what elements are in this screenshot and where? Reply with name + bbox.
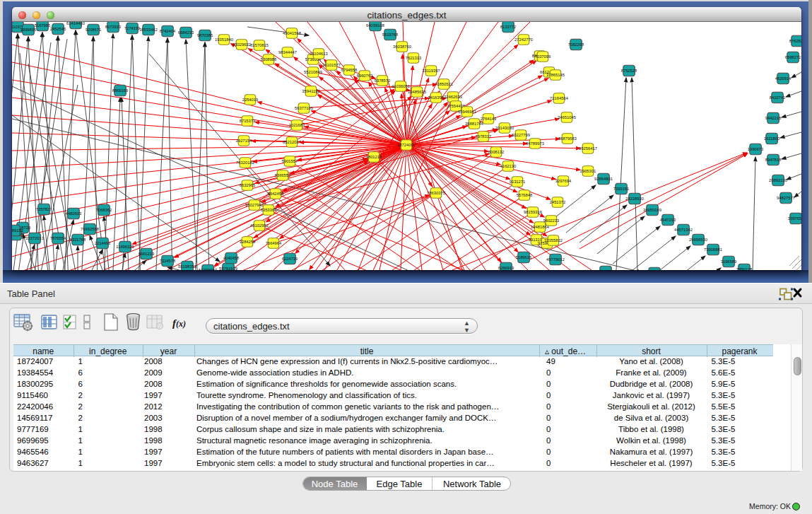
svg-text:65946941: 65946941 (458, 110, 476, 114)
svg-text:49041568: 49041568 (283, 31, 301, 35)
svg-text:76320182: 76320182 (236, 160, 254, 165)
svg-text:2451372: 2451372 (550, 200, 566, 204)
svg-text:7037099: 7037099 (535, 54, 551, 59)
svg-text:5901557: 5901557 (282, 159, 298, 163)
svg-text:1621800: 1621800 (764, 136, 780, 141)
svg-text:2214493: 2214493 (95, 241, 111, 245)
svg-text:36038760: 36038760 (393, 45, 411, 49)
svg-text:3196589: 3196589 (721, 259, 737, 264)
svg-text:7257827: 7257827 (36, 207, 52, 211)
svg-text:55198353: 55198353 (178, 264, 196, 269)
svg-text:41036051: 41036051 (392, 84, 410, 88)
svg-text:5378570: 5378570 (375, 78, 391, 83)
svg-text:84789973: 84789973 (526, 141, 544, 146)
svg-text:72164564: 72164564 (550, 96, 569, 100)
svg-text:33372013: 33372013 (25, 236, 44, 240)
svg-text:86879583: 86879583 (558, 136, 577, 141)
svg-text:6794558: 6794558 (341, 68, 358, 72)
svg-text:6684233: 6684233 (178, 30, 194, 35)
svg-text:6224739: 6224739 (282, 257, 298, 261)
svg-text:8410741: 8410741 (770, 95, 786, 100)
svg-text:7876554: 7876554 (50, 236, 66, 240)
svg-text:1390973: 1390973 (748, 147, 764, 151)
svg-text:91104613: 91104613 (310, 52, 327, 56)
svg-text:3999805: 3999805 (20, 28, 37, 32)
svg-text:7324578: 7324578 (160, 259, 176, 263)
svg-text:9602233: 9602233 (543, 218, 560, 223)
svg-text:78630375: 78630375 (427, 191, 445, 195)
svg-text:98344447: 98344447 (278, 50, 297, 54)
svg-text:37865145: 37865145 (546, 73, 565, 77)
svg-text:81570815: 81570815 (250, 43, 269, 47)
svg-text:5189616: 5189616 (516, 255, 532, 259)
svg-text:20893130: 20893130 (769, 178, 787, 182)
svg-text:8947818: 8947818 (765, 158, 782, 162)
svg-text:76992568: 76992568 (81, 227, 99, 231)
svg-text:36881744: 36881744 (465, 122, 484, 126)
svg-text:44571342: 44571342 (674, 228, 693, 232)
svg-text:2254019: 2254019 (242, 98, 259, 102)
svg-text:36950169: 36950169 (643, 208, 661, 212)
svg-text:85212017: 85212017 (283, 140, 301, 144)
svg-text:5519768: 5519768 (382, 33, 399, 37)
svg-text:9416395: 9416395 (428, 95, 445, 100)
svg-text:18724007: 18724007 (397, 143, 416, 147)
svg-text:8715373: 8715373 (240, 119, 256, 123)
svg-text:4547293: 4547293 (660, 218, 676, 222)
svg-text:10485635: 10485635 (408, 90, 426, 94)
svg-text:19351840: 19351840 (215, 37, 233, 42)
svg-text:8869169: 8869169 (112, 88, 129, 93)
svg-text:5576848: 5576848 (517, 193, 533, 197)
svg-text:35941192: 35941192 (302, 89, 319, 93)
svg-text:5167985: 5167985 (35, 23, 51, 28)
svg-text:4620914: 4620914 (775, 76, 792, 81)
svg-text:3297694: 3297694 (555, 179, 572, 183)
svg-text:20143030: 20143030 (495, 126, 514, 130)
svg-text:32462633: 32462633 (444, 95, 462, 99)
svg-text:61414460: 61414460 (66, 22, 85, 25)
svg-text:27242770: 27242770 (514, 37, 533, 42)
svg-text:7068362: 7068362 (96, 208, 112, 212)
svg-text:2905301: 2905301 (580, 169, 596, 173)
svg-text:2927154: 2927154 (236, 139, 252, 143)
svg-text:61799987: 61799987 (199, 268, 217, 270)
svg-text:36101577: 36101577 (322, 63, 341, 67)
svg-text:5308988: 5308988 (261, 57, 277, 62)
svg-text:98159316: 98159316 (524, 210, 542, 214)
svg-text:59791639: 59791639 (219, 267, 237, 270)
svg-text:1021683: 1021683 (289, 123, 305, 127)
svg-text:11496325: 11496325 (116, 245, 134, 249)
svg-text:7393151: 7393151 (613, 187, 630, 191)
svg-text:9870385: 9870385 (197, 33, 213, 37)
svg-text:2764149: 2764149 (481, 117, 497, 121)
svg-text:95027942: 95027942 (245, 203, 264, 207)
svg-text:49779012: 49779012 (546, 257, 565, 262)
svg-text:38533462: 38533462 (139, 28, 158, 32)
svg-text:50227799: 50227799 (512, 133, 530, 137)
svg-text:32355822: 32355822 (544, 238, 563, 243)
svg-text:5321788: 5321788 (70, 238, 86, 242)
svg-text:8762825: 8762825 (789, 39, 801, 43)
svg-text:f(x): f(x) (172, 317, 186, 329)
svg-text:45102952: 45102952 (250, 223, 269, 228)
svg-text:92864801: 92864801 (594, 177, 613, 181)
svg-text:33119397: 33119397 (422, 69, 440, 73)
svg-text:6632965: 6632965 (240, 183, 256, 187)
svg-text:7621313: 7621313 (406, 56, 422, 60)
svg-text:6661219: 6661219 (139, 252, 155, 256)
svg-text:99256417: 99256417 (579, 146, 597, 151)
svg-text:7082268: 7082268 (568, 42, 584, 47)
svg-text:9942458: 9942458 (268, 192, 284, 196)
svg-text:9131271: 9131271 (510, 180, 526, 184)
svg-text:1801218: 1801218 (366, 155, 382, 159)
svg-text:8366557: 8366557 (275, 173, 291, 177)
svg-text:71850521: 71850521 (435, 82, 453, 86)
svg-text:4482603: 4482603 (66, 211, 82, 216)
svg-text:8752528: 8752528 (621, 69, 637, 73)
svg-text:55210849: 55210849 (304, 70, 322, 74)
svg-text:1978317: 1978317 (476, 134, 492, 139)
svg-text:34651045: 34651045 (558, 115, 576, 119)
svg-text:64039108: 64039108 (366, 23, 384, 28)
svg-text:53029632: 53029632 (233, 42, 251, 47)
svg-text:7274339: 7274339 (124, 26, 141, 30)
